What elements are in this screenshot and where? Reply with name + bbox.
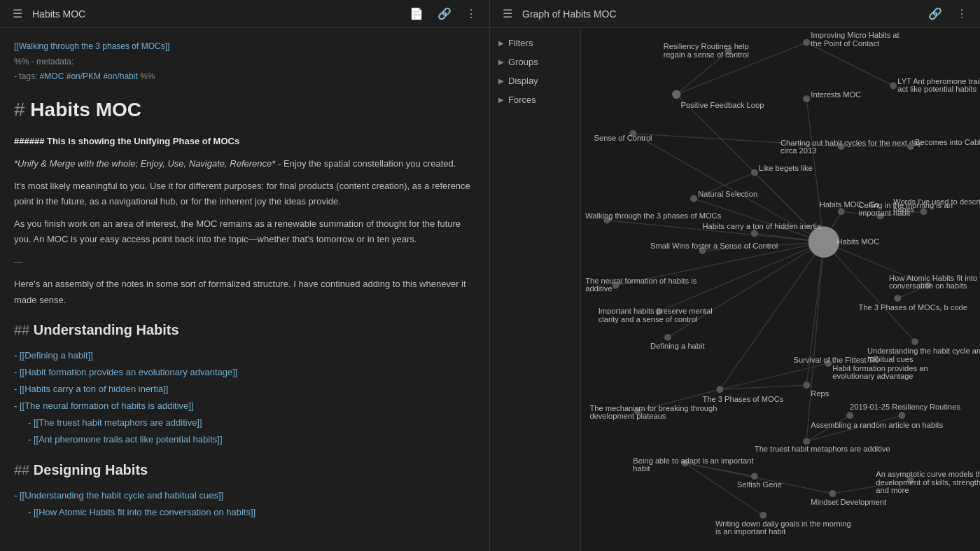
- link-defining-habit[interactable]: [[Defining a habit]]: [20, 350, 93, 361]
- section2-title: ## Designing Habits: [14, 458, 475, 482]
- filter-forces[interactable]: ▶ Forces: [490, 90, 580, 109]
- right-toolbar-right: 🔗 ⋮: [925, 6, 970, 22]
- node-improving-micro[interactable]: [803, 39, 810, 46]
- filter-filters-label: Filters: [508, 38, 533, 48]
- link-atomic-habits[interactable]: [[How Atomic Habits fit into the convers…: [34, 507, 255, 517]
- doc-icon[interactable]: 📄: [407, 6, 426, 22]
- menu-icon[interactable]: ☰: [10, 6, 25, 22]
- node-assembling[interactable]: [846, 412, 853, 419]
- link-habit-cycle[interactable]: [[Understanding the habit cycle and habi…: [20, 490, 223, 501]
- svg-text:Survival of the Fittest TK: Survival of the Fittest TK: [794, 356, 879, 364]
- svg-text:Natural Selection: Natural Selection: [698, 190, 757, 198]
- svg-text:Walking through the 3 phases o: Walking through the 3 phases of MOCs: [585, 211, 721, 220]
- tag-pkm[interactable]: #on/PKM: [66, 71, 101, 81]
- node-3-phases[interactable]: [716, 386, 723, 393]
- node-habit-cycle[interactable]: [911, 338, 918, 345]
- svg-text:habit: habit: [633, 464, 650, 473]
- filter-arrow: ▶: [498, 58, 504, 66]
- right-content: ▶ Filters ▶ Groups ▶ Display ▶ Forces: [490, 28, 980, 551]
- right-more-icon[interactable]: ⋮: [953, 6, 970, 22]
- nodes-group: Habits MOC Positive Feedback Loop Sense …: [585, 31, 980, 536]
- graph-svg: Habits MOC Positive Feedback Loop Sense …: [581, 28, 980, 551]
- filter-groups-label: Groups: [508, 57, 538, 67]
- svg-text:and more: and more: [876, 486, 909, 494]
- node-habits-inertia[interactable]: [751, 230, 758, 237]
- svg-text:the Point of Contact: the Point of Contact: [811, 39, 880, 48]
- filter-display[interactable]: ▶ Display: [490, 71, 580, 90]
- node-reps[interactable]: [803, 382, 810, 389]
- node-truest-metaphors[interactable]: [803, 438, 810, 445]
- tag-moc[interactable]: #MOC: [40, 71, 64, 81]
- right-panel-title: Graph of Habits MOC: [522, 8, 617, 20]
- svg-text:Mindset Development: Mindset Development: [811, 498, 887, 506]
- svg-text:Becomes into Cables: Becomes into Cables: [915, 138, 980, 146]
- list-item: - [[Defining a habit]]: [14, 347, 475, 364]
- link-habit-formation[interactable]: [[Habit formation provides an evolutiona…: [20, 367, 237, 377]
- svg-text:development plateaus: development plateaus: [589, 412, 666, 420]
- left-toolbar-left: ☰ Habits MOC: [10, 6, 85, 22]
- svg-line-14: [806, 242, 824, 442]
- link-neural-formation[interactable]: [[The neural formation of habits is addi…: [20, 400, 194, 411]
- filter-forces-label: Forces: [508, 95, 536, 105]
- filter-groups[interactable]: ▶ Groups: [490, 53, 580, 71]
- filter-filters[interactable]: ▶ Filters: [490, 34, 580, 53]
- tags-line: - tags: #MOC #on/PKM #on/habit %%: [14, 69, 475, 83]
- link-truest-metaphors[interactable]: [[The truest habit metaphors are additiv…: [34, 417, 202, 428]
- left-content: [[Walking through the 3 phases of MOCs]]…: [0, 28, 489, 551]
- node-defining-habit[interactable]: [664, 334, 671, 341]
- svg-text:conversation on habits: conversation on habits: [889, 281, 967, 290]
- left-toolbar-right: 📄 🔗 ⋮: [407, 6, 479, 22]
- svg-text:regain a sense of control: regain a sense of control: [664, 50, 749, 59]
- node-interests-moc[interactable]: [803, 95, 810, 102]
- svg-text:Defining a habit: Defining a habit: [650, 342, 705, 350]
- node-selfish-gene[interactable]: [751, 473, 758, 480]
- svg-text:habits: habits: [893, 205, 914, 214]
- node-words-describe[interactable]: [920, 208, 927, 215]
- svg-text:additive: additive: [585, 284, 612, 293]
- filters-sidebar: ▶ Filters ▶ Groups ▶ Display ▶ Forces: [490, 28, 581, 551]
- list-item: - [[The neural formation of habits is ad…: [14, 398, 475, 414]
- body-text-1: It's most likely meaningful to you. Use …: [14, 179, 475, 209]
- svg-text:Habits carry a ton of hidden i: Habits carry a ton of hidden inertia: [702, 222, 821, 230]
- svg-text:Being able to adapt is an impo: Being able to adapt is an important: [633, 456, 754, 465]
- node-like-begets-like[interactable]: [751, 169, 758, 176]
- italic-suffix: - Enjoy the spatial constellation you cr…: [275, 158, 456, 169]
- node-resiliency-2019[interactable]: [899, 412, 906, 419]
- node-writing-goals[interactable]: [760, 512, 766, 519]
- tag-habit[interactable]: #on/habit: [103, 71, 137, 81]
- more-icon[interactable]: ⋮: [463, 6, 479, 22]
- graph-area[interactable]: Habits MOC Positive Feedback Loop Sense …: [581, 28, 980, 551]
- list-item: - [[Habit formation provides an evolutio…: [14, 364, 475, 381]
- link-ant-pheromone[interactable]: [[Ant pheromone trails act like potentia…: [34, 434, 223, 445]
- left-panel-title: Habits MOC: [32, 8, 85, 20]
- node-natural-selection[interactable]: [690, 195, 697, 202]
- svg-text:2019-01-25 Resiliency Routines: 2019-01-25 Resiliency Routines: [850, 403, 960, 411]
- node-habits-moc-co[interactable]: [838, 208, 845, 215]
- node-habits-moc[interactable]: [808, 226, 840, 258]
- link-habits-inertia[interactable]: [[Habits carry a ton of hidden inertia]]: [20, 384, 168, 394]
- left-panel: ☰ Habits MOC 📄 🔗 ⋮ [[Walking through the…: [0, 0, 490, 551]
- svg-text:act like potential habits: act like potential habits: [897, 85, 976, 93]
- assembly-text: Here's an assembly of the notes in some …: [14, 277, 475, 307]
- right-menu-icon[interactable]: ☰: [500, 6, 515, 22]
- svg-text:is an important habit: is an important habit: [715, 527, 786, 536]
- phase-heading: ###### This is showing the Unifying Phas…: [14, 134, 475, 149]
- node-positive-feedback[interactable]: [672, 90, 680, 99]
- node-3-phases-b[interactable]: [894, 295, 901, 302]
- svg-text:circa 2013: circa 2013: [780, 146, 816, 155]
- right-link-icon[interactable]: 🔗: [925, 6, 945, 22]
- right-toolbar: ☰ Graph of Habits MOC 🔗 ⋮: [490, 0, 980, 28]
- list-item: - [[Ant pheromone trails act like potent…: [14, 431, 475, 448]
- node-lyt-ant[interactable]: [890, 83, 897, 90]
- link-icon[interactable]: 🔗: [435, 6, 454, 22]
- node-cables[interactable]: [907, 143, 914, 150]
- svg-text:evolutionary advantage: evolutionary advantage: [832, 372, 913, 380]
- svg-text:Assembling a random article on: Assembling a random article on habits: [811, 421, 943, 429]
- wikilink-phases[interactable]: [[Walking through the 3 phases of MOCs]]: [14, 39, 475, 53]
- svg-line-13: [824, 242, 915, 342]
- node-mindset[interactable]: [829, 490, 836, 497]
- filter-arrow: ▶: [498, 96, 504, 104]
- list-item: - [[Habits carry a ton of hidden inertia…: [14, 381, 475, 398]
- svg-text:Positive Feedback Loop: Positive Feedback Loop: [681, 101, 764, 109]
- svg-text:Selfish Gene: Selfish Gene: [737, 480, 782, 489]
